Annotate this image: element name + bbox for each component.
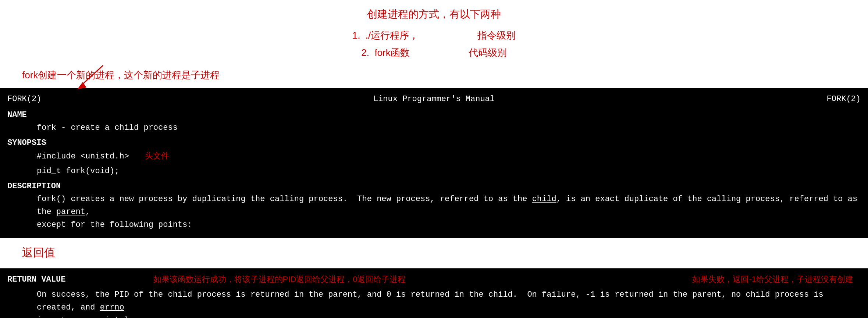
name-title: NAME [7, 108, 861, 121]
synopsis-include: #include <unistd.h> 头文件 [7, 149, 861, 163]
annotation-center-text: 如果该函数运行成功，将该子进程的PID返回给父进程，0返回给子进程 [153, 275, 406, 284]
terminal-header: FORK(2) Linux Programmer's Manual FORK(2… [7, 93, 861, 106]
toufile-label: 头文件 [145, 151, 169, 160]
return-line2: is set appropriately. [7, 314, 861, 318]
item1-label: 指令级别 [477, 27, 516, 44]
terminal-top-block: FORK(2) Linux Programmer's Manual FORK(2… [0, 88, 868, 238]
name-section: NAME fork - create a child process [7, 108, 861, 134]
item1-number: 1. ./运行程序， [352, 27, 419, 44]
name-content: fork - create a child process [7, 121, 861, 134]
description-line2: except for the following points: [7, 218, 861, 231]
synopsis-section: SYNOPSIS #include <unistd.h> 头文件 pid_t f… [7, 136, 861, 178]
description-line1: fork() creates a new process by duplicat… [7, 193, 861, 218]
description-title: DESCRIPTION [7, 180, 861, 193]
terminal-bottom-block: RETURN VALUE 如果该函数运行成功，将该子进程的PID返回给父进程，0… [0, 268, 868, 318]
top-annotations: 创建进程的方式，有以下两种 1. ./运行程序， 指令级别 2. fork函数 … [0, 0, 868, 88]
annotation-list: 1. ./运行程序， 指令级别 2. fork函数 代码级别 [0, 27, 868, 61]
errno-text: errno [100, 303, 124, 312]
return-value-section-title: RETURN VALUE [7, 273, 88, 286]
annotation-item-2: 2. fork函数 代码级别 [361, 44, 506, 61]
return-value-title: 返回值 [22, 245, 846, 260]
item2-number: 2. fork函数 [361, 44, 409, 61]
include-text: #include <unistd.h> [37, 152, 129, 161]
annotation-center: 如果该函数运行成功，将该子进程的PID返回给父进程，0返回给子进程 [88, 273, 471, 286]
middle-section: 返回值 [0, 238, 868, 268]
header-right: FORK(2) [827, 93, 861, 106]
header-center: Linux Programmer's Manual [373, 93, 495, 106]
function-text: pid_t fork(void); [37, 167, 119, 176]
fork-annotation: fork创建一个新的进程，这个新的进程是子进程 [0, 61, 868, 85]
annotation-item-1: 1. ./运行程序， 指令级别 [352, 27, 516, 44]
header-left: FORK(2) [7, 93, 41, 106]
synopsis-function: pid_t fork(void); [7, 165, 861, 178]
return-value-label: RETURN VALUE [7, 275, 65, 284]
item2-label: 代码级别 [469, 44, 507, 61]
child-text: child [532, 194, 556, 204]
page-container: 创建进程的方式，有以下两种 1. ./运行程序， 指令级别 2. fork函数 … [0, 0, 868, 318]
annotation-right-text: 如果失败，返回-1给父进程，子进程没有创建 [692, 275, 853, 284]
parent-text: parent [56, 207, 85, 217]
annotation-title: 创建进程的方式，有以下两种 [0, 7, 868, 21]
annotation-right: 如果失败，返回-1给父进程，子进程没有创建 [471, 273, 861, 286]
return-annotation-row: RETURN VALUE 如果该函数运行成功，将该子进程的PID返回给父进程，0… [7, 273, 861, 286]
synopsis-title: SYNOPSIS [7, 136, 861, 149]
description-section: DESCRIPTION fork() creates a new process… [7, 180, 861, 232]
return-line1: On success, the PID of the child process… [7, 288, 861, 314]
